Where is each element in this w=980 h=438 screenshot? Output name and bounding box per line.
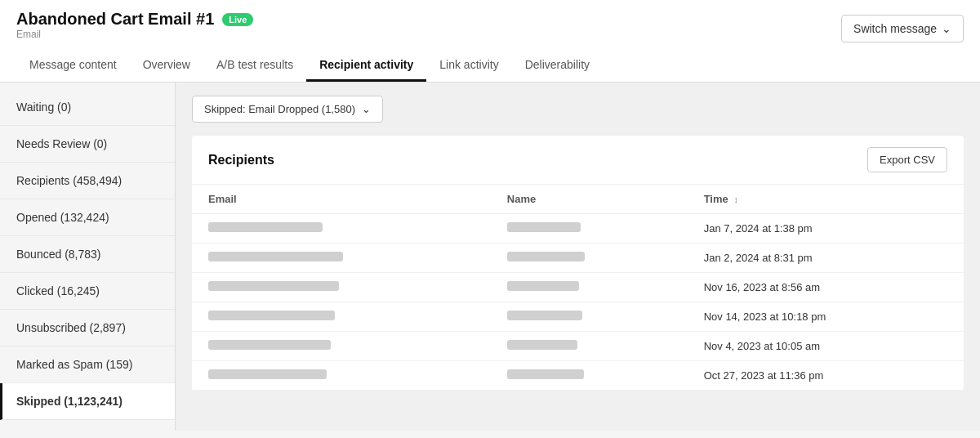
tab-ab-test-results[interactable]: A/B test results: [203, 50, 306, 82]
sidebar: Waiting (0) Needs Review (0) Recipients …: [0, 83, 176, 431]
cell-email: [192, 332, 491, 361]
header-top: Abandoned Cart Email #1 Live Email Switc…: [16, 10, 964, 47]
sidebar-item-opened[interactable]: Opened (132,424): [0, 199, 175, 236]
cell-email: [192, 361, 491, 391]
sidebar-item-needs-review[interactable]: Needs Review (0): [0, 126, 175, 163]
table-row: Jan 2, 2024 at 8:31 pm: [192, 244, 964, 273]
cell-time: Jan 2, 2024 at 8:31 pm: [688, 244, 964, 273]
filter-label: Skipped: Email Dropped (1,580): [204, 103, 355, 115]
cell-name: [491, 273, 688, 302]
cell-email: [192, 244, 491, 273]
export-csv-button[interactable]: Export CSV: [867, 147, 947, 172]
cell-time: Nov 4, 2023 at 10:05 am: [688, 332, 964, 361]
tab-message-content[interactable]: Message content: [16, 50, 130, 82]
header-left: Abandoned Cart Email #1 Live Email: [16, 10, 253, 47]
table-row: Oct 27, 2023 at 11:36 pm: [192, 361, 964, 391]
tab-link-activity[interactable]: Link activity: [426, 50, 511, 82]
switch-message-label: Switch message: [853, 22, 937, 35]
cell-name: [491, 214, 688, 244]
tab-overview[interactable]: Overview: [130, 50, 203, 82]
sidebar-item-skipped[interactable]: Skipped (1,123,241): [0, 383, 175, 420]
recipients-panel: Recipients Export CSV Email Name Time ↕: [192, 136, 964, 391]
tab-bar: Message content Overview A/B test result…: [16, 50, 964, 82]
table-row: Nov 4, 2023 at 10:05 am: [192, 332, 964, 361]
cell-time: Nov 16, 2023 at 8:56 am: [688, 273, 964, 302]
live-badge: Live: [222, 13, 253, 26]
cell-time: Nov 14, 2023 at 10:18 pm: [688, 302, 964, 332]
cell-email: [192, 214, 491, 244]
sidebar-item-bounced[interactable]: Bounced (8,783): [0, 236, 175, 273]
table-header-row: Email Name Time ↕: [192, 185, 964, 214]
cell-time: Jan 7, 2024 at 1:38 pm: [688, 214, 964, 244]
cell-email: [192, 302, 491, 332]
page-title: Abandoned Cart Email #1: [16, 10, 214, 29]
recipients-table-container: Email Name Time ↕ Jan 7, 2024 at 1:38 pm…: [192, 185, 964, 391]
cell-name: [491, 302, 688, 332]
cell-name: [491, 361, 688, 391]
col-header-time-label: Time: [704, 193, 728, 205]
tab-recipient-activity[interactable]: Recipient activity: [306, 50, 426, 82]
main-layout: Waiting (0) Needs Review (0) Recipients …: [0, 83, 980, 431]
table-row: Nov 14, 2023 at 10:18 pm: [192, 302, 964, 332]
sidebar-item-clicked[interactable]: Clicked (16,245): [0, 273, 175, 310]
sort-icon: ↕: [733, 194, 738, 204]
sidebar-item-recipients[interactable]: Recipients (458,494): [0, 163, 175, 199]
sidebar-item-marked-as-spam[interactable]: Marked as Spam (159): [0, 346, 175, 383]
header-subtitle: Email: [16, 29, 253, 40]
col-header-email: Email: [192, 185, 491, 214]
recipients-table: Email Name Time ↕ Jan 7, 2024 at 1:38 pm…: [192, 185, 964, 391]
table-row: Nov 16, 2023 at 8:56 am: [192, 273, 964, 302]
cell-name: [491, 244, 688, 273]
table-row: Jan 7, 2024 at 1:38 pm: [192, 214, 964, 244]
cell-time: Oct 27, 2023 at 11:36 pm: [688, 361, 964, 391]
title-row: Abandoned Cart Email #1 Live: [16, 10, 253, 29]
sidebar-item-unsubscribed[interactable]: Unsubscribed (2,897): [0, 310, 175, 346]
cell-email: [192, 273, 491, 302]
col-header-name: Name: [491, 185, 688, 214]
cell-name: [491, 332, 688, 361]
col-header-time[interactable]: Time ↕: [688, 185, 964, 214]
chevron-down-icon: ⌄: [362, 103, 371, 115]
chevron-down-icon: ⌄: [942, 22, 951, 35]
page-header: Abandoned Cart Email #1 Live Email Switc…: [0, 0, 980, 83]
switch-message-button[interactable]: Switch message ⌄: [841, 15, 964, 42]
recipients-title: Recipients: [208, 153, 274, 168]
filter-row: Skipped: Email Dropped (1,580) ⌄: [192, 96, 964, 123]
recipients-panel-header: Recipients Export CSV: [192, 136, 964, 185]
sidebar-item-waiting[interactable]: Waiting (0): [0, 89, 175, 126]
tab-deliverability[interactable]: Deliverability: [512, 50, 603, 82]
filter-dropdown[interactable]: Skipped: Email Dropped (1,580) ⌄: [192, 96, 383, 123]
content-area: Skipped: Email Dropped (1,580) ⌄ Recipie…: [176, 83, 980, 431]
